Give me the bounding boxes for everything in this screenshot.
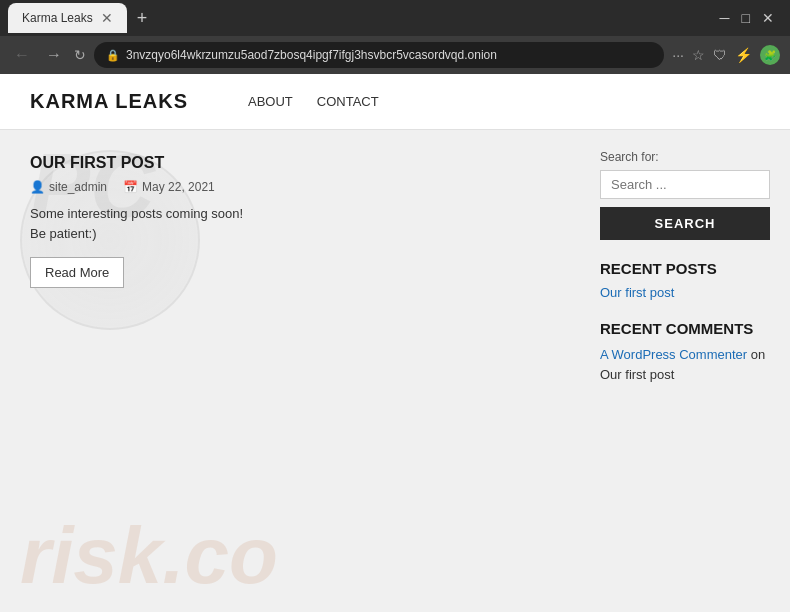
comment-entry: A WordPress Commenter on Our first post [600, 345, 770, 384]
post-author: 👤 site_admin [30, 180, 107, 194]
address-bar: ← → ↻ 🔒 3nvzqyo6l4wkrzumzu5aod7zbosq4ipg… [0, 36, 790, 74]
back-button[interactable]: ← [10, 46, 34, 64]
calendar-icon: 📅 [123, 180, 138, 194]
post-excerpt: Some interesting posts coming soon! Be p… [30, 204, 550, 243]
recent-post-item[interactable]: Our first post [600, 285, 770, 300]
close-button[interactable]: ✕ [762, 10, 774, 26]
new-tab-button[interactable]: + [131, 8, 154, 29]
site-title: KARMA LEAKS [30, 90, 188, 113]
bookmark-button[interactable]: ☆ [692, 47, 705, 63]
url-text: 3nvzqyo6l4wkrzumzu5aod7zbosq4ipgf7ifgj3h… [126, 48, 652, 62]
site-header: KARMA LEAKS ABOUT CONTACT [0, 74, 790, 130]
sidebar: Search for: SEARCH RECENT POSTS Our firs… [580, 130, 790, 612]
browser-tab[interactable]: Karma Leaks ✕ [8, 3, 127, 33]
recent-comments-section: RECENT COMMENTS A WordPress Commenter on… [600, 320, 770, 384]
search-input[interactable] [600, 170, 770, 199]
post-title: OUR FIRST POST [30, 154, 550, 172]
forward-button[interactable]: → [42, 46, 66, 64]
recent-posts-list: Our first post [600, 285, 770, 300]
more-button[interactable]: ··· [672, 47, 684, 63]
tab-title: Karma Leaks [22, 11, 93, 25]
recent-comments-heading: RECENT COMMENTS [600, 320, 770, 337]
search-section: Search for: SEARCH [600, 150, 770, 240]
browser-window: Karma Leaks ✕ + ─ □ ✕ ← → ↻ 🔒 3nvzqyo6l4… [0, 0, 790, 612]
website: KARMA LEAKS ABOUT CONTACT PC risk.co OUR… [0, 74, 790, 612]
browser-actions: ··· ☆ 🛡 ⚡ 🧩 [672, 45, 780, 65]
reload-button[interactable]: ↻ [74, 47, 86, 63]
minimize-button[interactable]: ─ [720, 10, 730, 26]
post-date: 📅 May 22, 2021 [123, 180, 215, 194]
lightning-icon: ⚡ [735, 47, 752, 63]
search-label: Search for: [600, 150, 770, 164]
search-button[interactable]: SEARCH [600, 207, 770, 240]
maximize-button[interactable]: □ [742, 10, 750, 26]
recent-posts-heading: RECENT POSTS [600, 260, 770, 277]
url-bar[interactable]: 🔒 3nvzqyo6l4wkrzumzu5aod7zbosq4ipgf7ifgj… [94, 42, 664, 68]
post-meta: 👤 site_admin 📅 May 22, 2021 [30, 180, 550, 194]
shield-icon: 🛡 [713, 47, 727, 63]
nav-about[interactable]: ABOUT [248, 94, 293, 109]
recent-posts-section: RECENT POSTS Our first post [600, 260, 770, 300]
extensions-icon[interactable]: 🧩 [760, 45, 780, 65]
comment-author[interactable]: A WordPress Commenter [600, 347, 747, 362]
site-nav: ABOUT CONTACT [248, 94, 379, 109]
window-controls: ─ □ ✕ [720, 10, 782, 26]
lock-icon: 🔒 [106, 49, 120, 62]
tab-close-button[interactable]: ✕ [101, 10, 113, 26]
read-more-button[interactable]: Read More [30, 257, 124, 288]
posts-area: OUR FIRST POST 👤 site_admin 📅 May 22, 20… [0, 130, 580, 612]
person-icon: 👤 [30, 180, 45, 194]
site-content: PC risk.co OUR FIRST POST 👤 site_admin 📅… [0, 130, 790, 612]
title-bar: Karma Leaks ✕ + ─ □ ✕ [0, 0, 790, 36]
nav-contact[interactable]: CONTACT [317, 94, 379, 109]
